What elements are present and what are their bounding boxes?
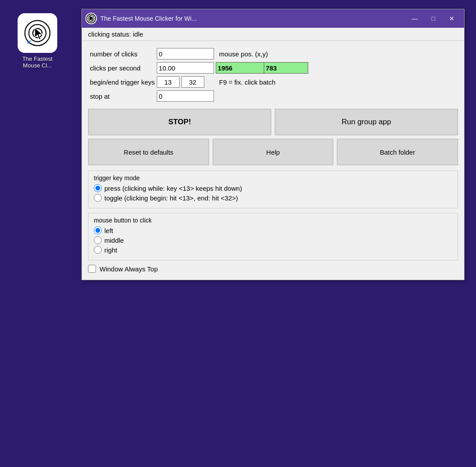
svg-marker-9 <box>90 16 93 21</box>
batch-folder-button[interactable]: Batch folder <box>337 139 458 165</box>
mouse-right-radio[interactable] <box>94 246 102 254</box>
titlebar-icon <box>85 13 97 24</box>
mouse-button-section: mouse button to click left middle right <box>88 213 458 260</box>
stop-at-input[interactable] <box>157 90 214 102</box>
titlebar: The Fastest Mouse Clicker for Wi... — □ … <box>82 9 464 28</box>
desktop-icon[interactable]: The Fastest Mouse Cl... <box>13 13 62 69</box>
mouse-middle-radio[interactable] <box>94 236 102 244</box>
trigger-key-mode-title: trigger key mode <box>94 174 452 182</box>
mouse-right-label: right <box>104 246 117 254</box>
stop-button[interactable]: STOP! <box>88 109 271 135</box>
stop-at-row: stop at <box>90 90 308 102</box>
minimize-button[interactable]: — <box>406 11 424 26</box>
status-bar: clicking status: idle <box>82 28 464 41</box>
trigger-key-mode-section: trigger key mode press (clicking while: … <box>88 170 458 208</box>
reset-button[interactable]: Reset to defaults <box>88 139 209 165</box>
clicks-per-sec-input[interactable] <box>157 62 214 74</box>
trigger-press-radio[interactable] <box>94 184 102 192</box>
close-button[interactable]: ✕ <box>443 11 461 26</box>
status-text: clicking status: idle <box>88 30 143 38</box>
trigger-key1-input[interactable] <box>157 76 180 88</box>
num-clicks-input[interactable] <box>157 48 214 59</box>
mouse-pos-values <box>216 62 308 74</box>
mouse-left-label: left <box>104 227 113 234</box>
titlebar-title: The Fastest Mouse Clicker for Wi... <box>100 15 406 22</box>
main-window: The Fastest Mouse Clicker for Wi... — □ … <box>81 9 465 280</box>
trigger-toggle-radio[interactable] <box>94 194 102 202</box>
app-icon-large <box>24 20 51 46</box>
big-buttons-row: STOP! Run group app <box>88 109 458 135</box>
window-body: number of clicks mouse pos. (x,y) clicks… <box>82 41 464 280</box>
mouse-left-radio[interactable] <box>94 226 102 234</box>
window-always-top-label: Window Always Top <box>100 265 158 273</box>
fields-table: number of clicks mouse pos. (x,y) clicks… <box>88 45 310 104</box>
three-buttons-row: Reset to defaults Help Batch folder <box>88 139 458 165</box>
pos-y-input[interactable] <box>264 62 308 74</box>
window-always-top-option[interactable]: Window Always Top <box>88 265 458 273</box>
batch-hint-label: F9 = fix. click batch <box>216 76 308 88</box>
clicks-per-sec-label: clicks per second <box>90 62 155 74</box>
num-clicks-label: number of clicks <box>90 48 155 59</box>
run-group-button[interactable]: Run group app <box>275 109 458 135</box>
clicks-per-sec-row: clicks per second <box>90 62 308 74</box>
help-button[interactable]: Help <box>213 139 334 165</box>
trigger-keys-row: begin/end trigger keys F9 = fix. click b… <box>90 76 308 88</box>
trigger-toggle-label: toggle (clicking begin: hit <13>, end: h… <box>104 194 238 202</box>
mouse-button-title: mouse button to click <box>94 217 452 224</box>
mouse-left-option[interactable]: left <box>94 226 452 234</box>
maximize-button[interactable]: □ <box>424 11 442 26</box>
trigger-press-label: press (clicking while: key <13> keeps hi… <box>104 185 242 192</box>
pos-x-input[interactable] <box>216 62 264 74</box>
mouse-right-option[interactable]: right <box>94 246 452 254</box>
desktop-icon-image <box>18 13 57 53</box>
mouse-middle-label: middle <box>104 237 124 244</box>
num-clicks-row: number of clicks mouse pos. (x,y) <box>90 48 308 59</box>
trigger-keys-label: begin/end trigger keys <box>90 76 155 88</box>
mouse-middle-option[interactable]: middle <box>94 236 452 244</box>
trigger-key2-input[interactable] <box>181 76 204 88</box>
trigger-press-option[interactable]: press (clicking while: key <13> keeps hi… <box>94 184 452 192</box>
mouse-pos-label: mouse pos. (x,y) <box>216 48 308 59</box>
trigger-keys-inputs <box>157 76 214 88</box>
desktop-icon-label: The Fastest Mouse Cl... <box>22 56 53 69</box>
stop-at-label: stop at <box>90 90 155 102</box>
trigger-toggle-option[interactable]: toggle (clicking begin: hit <13>, end: h… <box>94 194 452 202</box>
titlebar-controls: — □ ✕ <box>406 11 461 26</box>
titlebar-app-icon <box>86 14 96 23</box>
window-always-top-checkbox[interactable] <box>88 265 96 273</box>
